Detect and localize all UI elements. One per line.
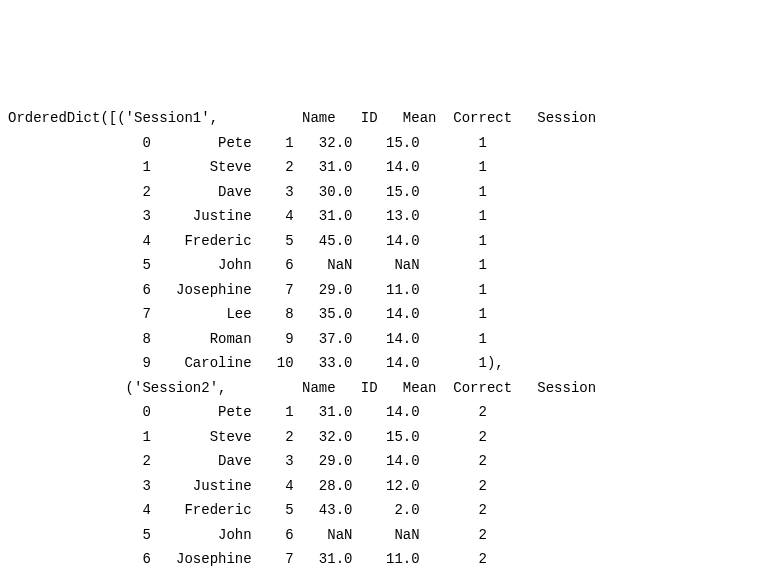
code-output: OrderedDict([('Session1', Name ID Mean C… (8, 106, 760, 568)
